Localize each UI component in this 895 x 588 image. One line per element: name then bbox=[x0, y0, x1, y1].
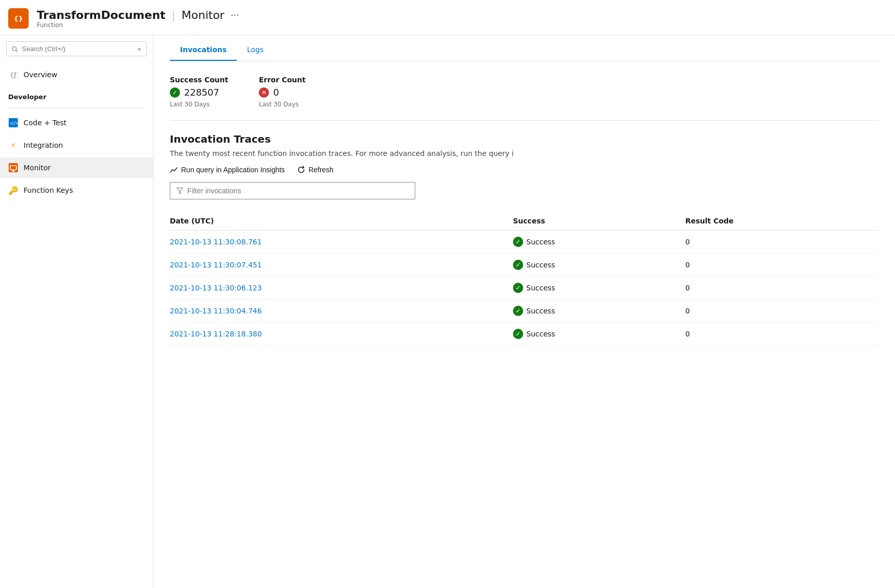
success-count-sublabel: Last 30 Days bbox=[170, 101, 228, 108]
sidebar-item-code-test-label: Code + Test bbox=[24, 119, 66, 127]
chart-icon bbox=[170, 166, 178, 174]
refresh-label: Refresh bbox=[308, 166, 333, 174]
cell-result-code: 0 bbox=[685, 231, 879, 254]
cell-success: Success bbox=[513, 323, 685, 346]
app-header: {} TransformDocument | Monitor ··· Funct… bbox=[0, 0, 895, 35]
search-icon bbox=[12, 46, 18, 53]
cell-date[interactable]: 2021-10-13 11:30:08.761 bbox=[170, 231, 513, 254]
cell-success: Success bbox=[513, 231, 685, 254]
cell-date[interactable]: 2021-10-13 11:30:06.123 bbox=[170, 277, 513, 300]
success-check-icon bbox=[513, 283, 523, 293]
sidebar: « {ƒ} Overview Developer </> Code + Test bbox=[0, 35, 153, 588]
success-count-block: Success Count 228507 Last 30 Days bbox=[170, 76, 228, 108]
sidebar-item-monitor-label: Monitor bbox=[24, 164, 51, 172]
search-bar[interactable]: « bbox=[6, 41, 147, 56]
function-icon: {ƒ} bbox=[8, 70, 18, 80]
refresh-icon bbox=[297, 166, 305, 174]
main-layout: « {ƒ} Overview Developer </> Code + Test bbox=[0, 35, 895, 588]
invocation-traces-title: Invocation Traces bbox=[170, 133, 879, 145]
stats-row: Success Count 228507 Last 30 Days Error … bbox=[170, 76, 879, 108]
cell-result-code: 0 bbox=[685, 277, 879, 300]
sidebar-item-overview[interactable]: {ƒ} Overview bbox=[0, 64, 153, 85]
sidebar-item-overview-label: Overview bbox=[24, 71, 57, 79]
invocations-table: Date (UTC) Success Result Code 2021-10-1… bbox=[170, 212, 879, 346]
header-section: Monitor bbox=[182, 9, 225, 21]
table-row[interactable]: 2021-10-13 11:30:08.761Success0 bbox=[170, 231, 879, 254]
run-query-label: Run query in Application Insights bbox=[181, 166, 285, 174]
cell-date[interactable]: 2021-10-13 11:30:07.451 bbox=[170, 254, 513, 277]
run-query-button[interactable]: Run query in Application Insights bbox=[170, 166, 285, 174]
tab-bar: Invocations Logs bbox=[170, 35, 879, 61]
header-separator: | bbox=[172, 9, 175, 21]
lightning-icon: ⚡ bbox=[8, 140, 18, 150]
col-result-code: Result Code bbox=[685, 212, 879, 231]
sidebar-item-integration[interactable]: ⚡ Integration bbox=[0, 135, 153, 155]
cell-success: Success bbox=[513, 254, 685, 277]
col-date: Date (UTC) bbox=[170, 212, 513, 231]
main-content: Invocations Logs Success Count 228507 La… bbox=[153, 35, 895, 588]
success-count-label: Success Count bbox=[170, 76, 228, 84]
success-icon bbox=[170, 87, 180, 98]
sidebar-item-function-keys-label: Function Keys bbox=[24, 186, 73, 194]
cell-result-code: 0 bbox=[685, 254, 879, 277]
sidebar-item-integration-label: Integration bbox=[24, 141, 63, 149]
tab-logs[interactable]: Logs bbox=[237, 39, 274, 61]
sidebar-section-developer: Developer bbox=[0, 87, 153, 104]
success-check-icon bbox=[513, 329, 523, 339]
svg-text:</>: </> bbox=[10, 121, 18, 126]
cell-result-code: 0 bbox=[685, 323, 879, 346]
sidebar-divider bbox=[8, 108, 145, 108]
search-input[interactable] bbox=[22, 45, 133, 53]
error-count-sublabel: Last 30 Days bbox=[259, 101, 305, 108]
cell-success: Success bbox=[513, 277, 685, 300]
svg-text:{}: {} bbox=[14, 15, 24, 22]
table-row[interactable]: 2021-10-13 11:30:06.123Success0 bbox=[170, 277, 879, 300]
monitor-icon bbox=[8, 163, 18, 173]
invocation-traces-desc: The twenty most recent function invocati… bbox=[170, 149, 879, 157]
svg-marker-11 bbox=[177, 188, 183, 193]
filter-bar[interactable] bbox=[170, 182, 415, 199]
success-count-value: 228507 bbox=[184, 87, 219, 98]
success-check-icon bbox=[513, 306, 523, 316]
app-icon: {} bbox=[8, 8, 29, 29]
error-count-block: Error Count 0 Last 30 Days bbox=[259, 76, 305, 108]
success-check-icon bbox=[513, 260, 523, 270]
error-icon bbox=[259, 87, 269, 98]
sidebar-item-monitor[interactable]: Monitor bbox=[0, 157, 153, 178]
refresh-button[interactable]: Refresh bbox=[297, 166, 333, 174]
svg-text:{ƒ}: {ƒ} bbox=[10, 71, 18, 79]
error-count-value: 0 bbox=[273, 87, 279, 98]
cell-date[interactable]: 2021-10-13 11:30:04.746 bbox=[170, 300, 513, 323]
cell-date[interactable]: 2021-10-13 11:28:18.380 bbox=[170, 323, 513, 346]
key-icon: 🔑 bbox=[8, 185, 18, 195]
traces-toolbar: Run query in Application Insights Refres… bbox=[170, 166, 879, 174]
filter-icon bbox=[176, 187, 183, 194]
sidebar-item-function-keys[interactable]: 🔑 Function Keys bbox=[0, 180, 153, 200]
success-check-icon bbox=[513, 237, 523, 247]
table-row[interactable]: 2021-10-13 11:30:04.746Success0 bbox=[170, 300, 879, 323]
filter-input[interactable] bbox=[187, 187, 409, 195]
stats-divider bbox=[170, 120, 879, 121]
tab-invocations[interactable]: Invocations bbox=[170, 39, 237, 61]
code-icon: </> bbox=[8, 118, 18, 128]
table-row[interactable]: 2021-10-13 11:30:07.451Success0 bbox=[170, 254, 879, 277]
cell-result-code: 0 bbox=[685, 300, 879, 323]
app-name: TransformDocument bbox=[37, 9, 166, 21]
header-more-button[interactable]: ··· bbox=[231, 10, 239, 20]
header-subtitle: Function bbox=[37, 21, 239, 29]
svg-line-3 bbox=[16, 50, 17, 52]
col-success: Success bbox=[513, 212, 685, 231]
cell-success: Success bbox=[513, 300, 685, 323]
table-row[interactable]: 2021-10-13 11:28:18.380Success0 bbox=[170, 323, 879, 346]
sidebar-collapse-button[interactable]: « bbox=[138, 46, 141, 53]
error-count-label: Error Count bbox=[259, 76, 305, 84]
sidebar-item-code-test[interactable]: </> Code + Test bbox=[0, 112, 153, 133]
header-title-block: TransformDocument | Monitor ··· Function bbox=[37, 9, 239, 29]
